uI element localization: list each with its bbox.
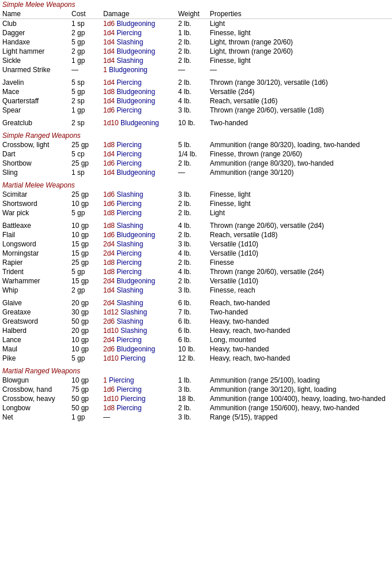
weapon-damage: 1d8 Piercing (101, 208, 176, 218)
weapon-name: Handaxe (0, 38, 69, 47)
weapon-cost: 10 gp (69, 199, 101, 208)
table-row: Glaive20 gp2d4 Slashing6 lb.Reach, two-h… (0, 298, 392, 308)
table-row: Maul10 gp2d6 Bludgeoning10 lb.Heavy, two… (0, 344, 392, 354)
weapon-damage: 1 Bludgeoning (101, 65, 176, 74)
damage-die: 1d4 (103, 286, 116, 294)
table-row: Unarmed Strike—1 Bludgeoning—— (0, 65, 392, 74)
damage-die: 2d4 (103, 240, 116, 248)
weapon-properties: Finesse, thrown (range 20/60) (208, 149, 392, 159)
weapon-weight: 6 lb. (176, 317, 208, 326)
weapon-name: Maul (0, 344, 69, 354)
weapon-name: War pick (0, 208, 69, 218)
weapon-cost: 2 gp (69, 47, 101, 56)
weapon-name: Flail (0, 230, 69, 239)
weapon-weight: 3 lb. (176, 190, 208, 199)
weapon-name: Morningstar (0, 249, 69, 258)
weapon-cost: 10 gp (69, 230, 101, 239)
damage-type: Slashing (116, 190, 143, 198)
weapon-name: Crossbow, light (0, 140, 69, 149)
weapon-properties: Finesse, light (208, 190, 392, 199)
weapon-weight: 4 lb. (176, 221, 208, 230)
weapon-cost: 25 gp (69, 159, 101, 168)
table-row: Battleaxe10 gp1d8 Slashing4 lb.Thrown (r… (0, 221, 392, 230)
weapon-cost: 1 gp (69, 413, 101, 422)
weapon-weight: 2 lb. (176, 230, 208, 239)
weapon-damage: 1d6 Piercing (101, 199, 176, 208)
weapon-damage: 1d6 Bludgeoning (101, 19, 176, 29)
weapon-name: Dart (0, 149, 69, 159)
section-title: Simple Ranged Weapons (2, 128, 81, 140)
weapon-cost: 15 gp (69, 249, 101, 258)
damage-type: Slashing (116, 317, 143, 325)
damage-type: Bludgeoning (116, 47, 155, 55)
weapon-weight: 3 lb. (176, 239, 208, 249)
damage-type: Bludgeoning (116, 231, 155, 239)
section-title: Martial Melee Weapons (2, 178, 75, 189)
damage-die: 1d8 (103, 404, 116, 412)
damage-die: 1d4 (103, 78, 116, 87)
weapon-cost: 10 gp (69, 344, 101, 354)
weapon-properties: Range (5/15), trapped (208, 413, 392, 422)
weapon-weight: 4 lb. (176, 87, 208, 96)
weapon-cost: 2 gp (69, 28, 101, 38)
weapon-name: Trident (0, 267, 69, 276)
table-row: Blowgun10 gp1 Piercing1 lb.Ammunition (r… (0, 376, 392, 385)
weapon-cost: 75 gp (69, 385, 101, 394)
weapon-damage: 1d6 Bludgeoning (101, 230, 176, 239)
table-row: Pike5 gp1d10 Piercing12 lb.Heavy, reach,… (0, 354, 392, 363)
column-header: Properties (208, 9, 392, 19)
damage-type: Piercing (116, 385, 141, 394)
weapon-damage: 1d4 Slashing (101, 286, 176, 295)
weapon-properties: Versatile (2d4) (208, 87, 392, 96)
table-row: Halberd20 gp1d10 Slashing6 lb.Heavy, rea… (0, 326, 392, 335)
weapon-name: Unarmed Strike (0, 65, 69, 74)
weapon-properties: — (208, 65, 392, 74)
weapon-damage: 1d4 Bludgeoning (101, 47, 176, 56)
weapon-name: Net (0, 413, 69, 422)
table-row: Dagger2 gp1d4 Piercing1 lb.Finesse, ligh… (0, 28, 392, 38)
weapon-damage: 1d4 Slashing (101, 56, 176, 65)
weapon-cost: 20 gp (69, 298, 101, 308)
damage-type: Bludgeoning (120, 119, 159, 127)
weapon-properties: Versatile (1d10) (208, 276, 392, 286)
weapon-name: Pike (0, 354, 69, 363)
section-title: Martial Ranged Weapons (2, 364, 80, 375)
weapon-damage: 2d4 Piercing (101, 249, 176, 258)
weapon-damage: 1d10 Slashing (101, 326, 176, 335)
weapon-weight: 1 lb. (176, 376, 208, 385)
weapon-damage: 1d8 Piercing (101, 403, 176, 413)
damage-die: 1d6 (103, 159, 116, 167)
table-row: Rapier25 gp1d8 Piercing2 lb.Finesse (0, 258, 392, 267)
weapon-name: Greataxe (0, 308, 69, 317)
weapon-properties: Ammunition (range 30/120) (208, 168, 392, 177)
weapon-cost: 5 gp (69, 87, 101, 96)
weapon-weight: 2 lb. (176, 38, 208, 47)
weapon-properties: Heavy, two-handed (208, 317, 392, 326)
weapon-cost: 1 sp (69, 19, 101, 29)
weapon-properties: Light, thrown (range 20/60) (208, 38, 392, 47)
weapon-cost: 15 gp (69, 239, 101, 249)
table-row: Greataxe30 gp1d12 Slashing7 lb.Two-hande… (0, 308, 392, 317)
weapon-cost: 15 gp (69, 276, 101, 286)
damage-die: 1d8 (103, 258, 116, 267)
table-row: Club1 sp1d6 Bludgeoning2 lb.Light (0, 19, 392, 29)
weapon-weight: 12 lb. (176, 354, 208, 363)
weapon-properties: Finesse (208, 258, 392, 267)
weapon-cost: 5 gp (69, 208, 101, 218)
weapon-properties: Finesse, light (208, 56, 392, 65)
weapon-name: Halberd (0, 326, 69, 335)
damage-type: Bludgeoning (116, 345, 155, 353)
damage-die: 1d4 (103, 150, 116, 158)
damage-die: 1d4 (103, 57, 116, 65)
weapon-properties: Light (208, 208, 392, 218)
weapon-cost: 30 gp (69, 308, 101, 317)
weapon-name: Crossbow, heavy (0, 394, 69, 403)
column-header: Damage (101, 9, 176, 19)
weapon-weight: — (176, 65, 208, 74)
weapon-cost: 2 sp (69, 118, 101, 128)
weapon-damage: 1d6 Piercing (101, 106, 176, 115)
weapon-name: Sling (0, 168, 69, 177)
damage-die: 2d4 (103, 336, 116, 344)
damage-type: Piercing (116, 29, 141, 37)
table-row: War pick5 gp1d8 Piercing2 lb.Light (0, 208, 392, 218)
